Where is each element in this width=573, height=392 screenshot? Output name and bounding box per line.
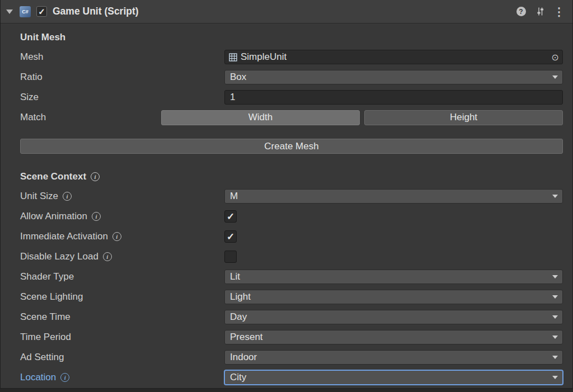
ad-setting-field-area: Indoor xyxy=(224,350,563,365)
scene-time-field-area: Day xyxy=(224,310,563,324)
section-title-text: Scene Context xyxy=(20,171,86,182)
time-period-row: Time Period Present xyxy=(1,327,572,347)
immediate-activation-label: Immediate Activation xyxy=(20,231,224,242)
allow-animation-row: Allow Animation xyxy=(1,206,572,226)
shader-type-value: Lit xyxy=(230,271,240,282)
scene-time-value: Day xyxy=(230,311,247,323)
size-label-text: Size xyxy=(20,92,39,103)
size-label: Size xyxy=(20,92,224,103)
location-label-text: Location xyxy=(20,372,56,383)
chevron-down-icon xyxy=(552,315,558,319)
chevron-down-icon xyxy=(552,295,558,299)
match-label-text: Match xyxy=(20,112,46,123)
foldout-arrow-icon[interactable] xyxy=(6,10,13,14)
component-title: Game Unit (Script) xyxy=(53,6,139,17)
ad-setting-label: Ad Setting xyxy=(20,352,224,363)
location-value: City xyxy=(230,372,246,383)
allow-animation-label: Allow Animation xyxy=(20,211,224,222)
disable-lazy-load-checkbox[interactable] xyxy=(224,251,237,263)
component-enabled-checkbox[interactable] xyxy=(36,6,47,17)
presets-sliders-icon xyxy=(536,7,545,16)
location-dropdown[interactable]: City xyxy=(224,370,563,385)
ratio-field-area: Box xyxy=(224,70,563,84)
allow-animation-label-text: Allow Animation xyxy=(20,211,87,222)
location-field-area: City xyxy=(224,370,563,385)
match-row: Match Width Height xyxy=(1,107,572,127)
ratio-row: Ratio Box xyxy=(1,67,572,87)
disable-lazy-load-label-text: Disable Lazy Load xyxy=(20,251,98,262)
component-header: C# Game Unit (Script) ? ⋮ xyxy=(1,0,572,23)
time-period-dropdown[interactable]: Present xyxy=(224,330,563,344)
presets-button[interactable] xyxy=(533,5,547,18)
time-period-label: Time Period xyxy=(20,332,224,343)
disable-lazy-load-field-area xyxy=(224,251,563,263)
scene-time-row: Scene Time Day xyxy=(1,307,572,327)
time-period-label-text: Time Period xyxy=(20,332,71,343)
match-label: Match xyxy=(20,112,161,123)
shader-type-label-text: Shader Type xyxy=(20,271,74,282)
info-icon xyxy=(63,192,72,201)
shader-type-row: Shader Type Lit xyxy=(1,267,572,287)
immediate-activation-checkbox[interactable] xyxy=(224,230,237,243)
mesh-object-field[interactable]: SimpleUnit ⊙ xyxy=(224,50,563,64)
mesh-label-text: Mesh xyxy=(20,51,44,63)
immediate-activation-row: Immediate Activation xyxy=(1,226,572,247)
create-mesh-button[interactable]: Create Mesh xyxy=(20,139,563,154)
mesh-row: Mesh SimpleUnit ⊙ xyxy=(1,47,572,67)
scene-time-dropdown[interactable]: Day xyxy=(224,310,563,324)
shader-type-dropdown[interactable]: Lit xyxy=(224,270,563,284)
unit-size-label-text: Unit Size xyxy=(20,191,58,202)
scene-time-label-text: Scene Time xyxy=(20,311,71,323)
location-row: Location City xyxy=(1,367,572,388)
disable-lazy-load-label: Disable Lazy Load xyxy=(20,251,224,262)
info-icon xyxy=(112,232,121,241)
scene-lighting-label: Scene Lighting xyxy=(20,291,224,303)
mesh-thumbnail-icon xyxy=(229,53,237,62)
info-icon xyxy=(103,252,112,261)
unit-size-field-area: M xyxy=(224,189,563,204)
immediate-activation-field-area xyxy=(224,230,563,243)
section-title-unit-mesh: Unit Mesh xyxy=(1,28,572,47)
scene-lighting-row: Scene Lighting Light xyxy=(1,287,572,307)
ad-setting-row: Ad Setting Indoor xyxy=(1,347,572,367)
match-height-button[interactable]: Height xyxy=(364,110,563,125)
shader-type-label: Shader Type xyxy=(20,271,224,282)
inspector-body: Unit Mesh Mesh SimpleUnit ⊙ xyxy=(1,23,572,388)
help-icon: ? xyxy=(516,7,526,16)
ratio-dropdown[interactable]: Box xyxy=(224,70,563,84)
section-title-text: Unit Mesh xyxy=(20,32,65,43)
time-period-field-area: Present xyxy=(224,330,563,344)
match-width-button[interactable]: Width xyxy=(161,110,360,125)
time-period-value: Present xyxy=(230,332,263,343)
ad-setting-value: Indoor xyxy=(230,352,257,363)
shader-type-field-area: Lit xyxy=(224,270,563,284)
chevron-down-icon xyxy=(552,275,558,278)
size-field-area xyxy=(224,90,563,105)
unit-size-row: Unit Size M xyxy=(1,186,572,206)
size-input[interactable] xyxy=(224,90,563,105)
kebab-menu-button[interactable]: ⋮ xyxy=(552,5,566,18)
info-icon xyxy=(92,212,101,221)
scene-lighting-label-text: Scene Lighting xyxy=(20,291,83,303)
inspector-panel: C# Game Unit (Script) ? ⋮ Unit Mesh Mesh xyxy=(0,0,573,389)
ratio-value: Box xyxy=(230,72,246,83)
chevron-down-icon xyxy=(552,195,558,198)
scene-lighting-field-area: Light xyxy=(224,290,563,304)
chevron-down-icon xyxy=(552,356,558,359)
scene-time-label: Scene Time xyxy=(20,311,224,323)
chevron-down-icon xyxy=(552,336,558,339)
help-button[interactable]: ? xyxy=(514,5,528,18)
csharp-script-icon: C# xyxy=(20,6,31,17)
allow-animation-field-area xyxy=(224,210,563,223)
size-row: Size xyxy=(1,87,572,107)
ratio-label: Ratio xyxy=(20,72,224,83)
ad-setting-dropdown[interactable]: Indoor xyxy=(224,350,563,365)
allow-animation-checkbox[interactable] xyxy=(224,210,237,223)
chevron-down-icon xyxy=(552,376,558,379)
location-label: Location xyxy=(20,372,224,383)
window-bottom-edge xyxy=(0,389,573,392)
scene-lighting-dropdown[interactable]: Light xyxy=(224,290,563,304)
unit-size-dropdown[interactable]: M xyxy=(224,189,563,204)
ad-setting-label-text: Ad Setting xyxy=(20,352,64,363)
object-picker-icon[interactable]: ⊙ xyxy=(548,50,562,64)
